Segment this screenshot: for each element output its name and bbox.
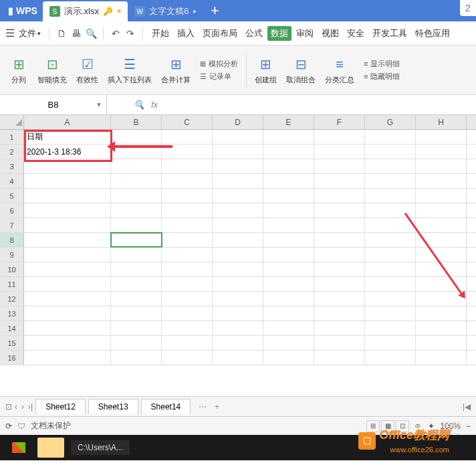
menu-pagelayout[interactable]: 页面布局	[199, 26, 241, 41]
cell-H1[interactable]	[416, 130, 467, 144]
cell-B9[interactable]	[111, 248, 162, 262]
cell-C3[interactable]	[162, 159, 213, 173]
cell-A4[interactable]	[24, 174, 111, 188]
cell-F7[interactable]	[314, 218, 365, 232]
taskbar-item[interactable]: C:\Users\A...	[71, 440, 130, 455]
cell-D1[interactable]	[213, 130, 263, 144]
cell-F4[interactable]	[314, 174, 365, 188]
col-header-H[interactable]: H	[416, 115, 467, 129]
cell-B7[interactable]	[111, 218, 162, 232]
cell-H16[interactable]	[416, 351, 467, 365]
cell-H2[interactable]	[416, 145, 467, 159]
cell-F9[interactable]	[314, 248, 365, 262]
cell-E15[interactable]	[263, 336, 314, 350]
cell-G4[interactable]	[365, 174, 416, 188]
cell-F6[interactable]	[314, 203, 365, 217]
cell-F11[interactable]	[314, 277, 365, 291]
cell-B14[interactable]	[111, 321, 162, 335]
cell-C4[interactable]	[162, 174, 213, 188]
ribbon-subtotal[interactable]: ≡分类汇总	[321, 55, 358, 85]
cell-F12[interactable]	[314, 292, 365, 306]
row-header[interactable]: 16	[0, 351, 24, 365]
cell-F1[interactable]	[314, 130, 365, 144]
cell-F2[interactable]	[314, 145, 365, 159]
cell-E8[interactable]	[263, 233, 314, 247]
zoom-out-icon[interactable]: −	[466, 422, 471, 431]
ribbon-group[interactable]: ⊞创建组	[251, 55, 281, 85]
recycle-icon[interactable]: ⟳	[5, 422, 12, 431]
ribbon-smartfill[interactable]: ⊡智能填充	[33, 55, 71, 85]
sheet-tab-3[interactable]: Sheet14	[141, 399, 191, 414]
cell-G15[interactable]	[365, 336, 416, 350]
col-header-E[interactable]: E	[263, 115, 314, 129]
cell-D15[interactable]	[213, 336, 263, 350]
menu-dev[interactable]: 开发工具	[369, 26, 410, 41]
cell-G9[interactable]	[365, 248, 416, 262]
corner-badge[interactable]: 2	[460, 0, 476, 16]
col-header-F[interactable]: F	[314, 115, 365, 129]
protect-status[interactable]: 文档未保护	[31, 420, 71, 432]
cell-B16[interactable]	[111, 351, 162, 365]
cell-D2[interactable]	[213, 145, 263, 159]
cell-C14[interactable]	[162, 321, 213, 335]
formula-input-area[interactable]: 🔍 fx	[107, 100, 185, 110]
cell-E7[interactable]	[263, 218, 314, 232]
col-header-A[interactable]: A	[24, 115, 111, 129]
cell-H14[interactable]	[416, 321, 467, 335]
row-header[interactable]: 15	[0, 336, 24, 350]
col-header-G[interactable]: G	[365, 115, 416, 129]
row-header[interactable]: 12	[0, 292, 24, 306]
cell-B15[interactable]	[111, 336, 162, 350]
cell-B8[interactable]	[111, 233, 162, 247]
add-sheet-button[interactable]: +	[215, 402, 219, 411]
cell-D11[interactable]	[213, 277, 263, 291]
cell-E10[interactable]	[263, 262, 314, 276]
redo-icon[interactable]: ↷	[124, 27, 137, 40]
cell-A1[interactable]: 日期	[24, 130, 111, 144]
cell-H6[interactable]	[416, 203, 467, 217]
preview-icon[interactable]: 🔍	[84, 27, 98, 40]
cell-B10[interactable]	[111, 262, 162, 276]
row-header[interactable]: 9	[0, 248, 24, 262]
row-header[interactable]: 3	[0, 159, 24, 173]
print-icon[interactable]: 🖶	[70, 27, 83, 40]
cell-E1[interactable]	[263, 130, 314, 144]
cell-C11[interactable]	[162, 277, 213, 291]
cell-H4[interactable]	[416, 174, 467, 188]
nav-prev-icon[interactable]: ‹	[15, 402, 17, 411]
cell-D14[interactable]	[213, 321, 263, 335]
cell-G10[interactable]	[365, 262, 416, 276]
undo-icon[interactable]: ↶	[109, 27, 122, 40]
cell-C6[interactable]	[162, 203, 213, 217]
cell-H3[interactable]	[416, 159, 467, 173]
cell-E9[interactable]	[263, 248, 314, 262]
cell-G1[interactable]	[365, 130, 416, 144]
cell-E13[interactable]	[263, 306, 314, 320]
cell-E6[interactable]	[263, 203, 314, 217]
cell-D9[interactable]	[213, 248, 263, 262]
cell-A12[interactable]	[24, 292, 111, 306]
select-all-corner[interactable]	[0, 115, 24, 129]
cell-A3[interactable]	[24, 159, 111, 173]
row-header[interactable]: 8	[0, 233, 24, 247]
ribbon-whatif[interactable]: ⊞模拟分析	[200, 59, 238, 69]
cell-D13[interactable]	[213, 306, 263, 320]
col-header-C[interactable]: C	[162, 115, 213, 129]
cell-E2[interactable]	[263, 145, 314, 159]
cell-G2[interactable]	[365, 145, 416, 159]
row-header[interactable]: 14	[0, 321, 24, 335]
document-tab-1[interactable]: S 演示.xlsx 🔑 •	[43, 1, 128, 21]
cell-G16[interactable]	[365, 351, 416, 365]
row-header[interactable]: 7	[0, 218, 24, 232]
cell-H13[interactable]	[416, 306, 467, 320]
cell-D3[interactable]	[213, 159, 263, 173]
cell-F5[interactable]	[314, 189, 365, 203]
row-header[interactable]: 5	[0, 189, 24, 203]
ribbon-splitcol[interactable]: ⊞分列	[5, 55, 32, 85]
document-tab-2[interactable]: W 文字文稿6 •	[128, 1, 203, 21]
sheet-tab-2[interactable]: Sheet13	[88, 399, 138, 414]
cell-H9[interactable]	[416, 248, 467, 262]
cell-H5[interactable]	[416, 189, 467, 203]
cell-H15[interactable]	[416, 336, 467, 350]
cell-B6[interactable]	[111, 203, 162, 217]
